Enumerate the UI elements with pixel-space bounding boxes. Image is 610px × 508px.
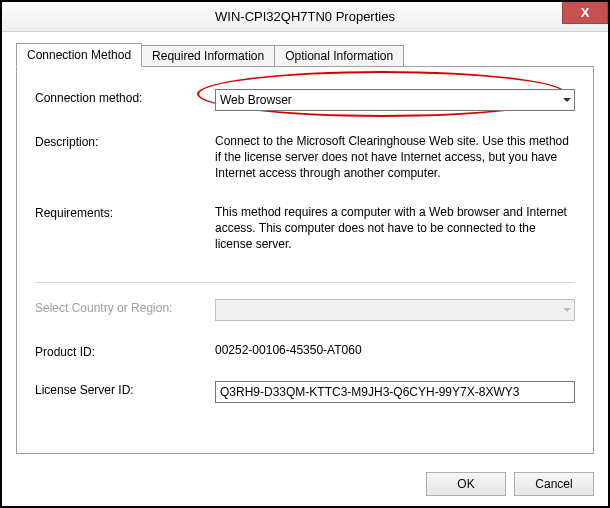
client-area: Connection Method Required Information O… (2, 32, 608, 464)
chevron-down-icon (563, 308, 571, 312)
product-id-label: Product ID: (35, 343, 215, 359)
ok-button[interactable]: OK (426, 472, 506, 496)
requirements-text: This method requires a computer with a W… (215, 204, 575, 253)
description-label: Description: (35, 133, 215, 149)
license-server-id-field[interactable]: Q3RH9-D33QM-KTTC3-M9JH3-Q6CYH-99Y7X-8XWY… (215, 381, 575, 403)
separator (35, 282, 575, 283)
tab-row: Connection Method Required Information O… (16, 42, 594, 66)
tab-required-information[interactable]: Required Information (141, 45, 275, 66)
country-label: Select Country or Region: (35, 299, 215, 315)
product-id-value: 00252-00106-45350-AT060 (215, 343, 575, 357)
license-server-id-label: License Server ID: (35, 381, 215, 397)
connection-method-value: Web Browser (220, 93, 292, 107)
tab-panel-connection-method: Connection method: Web Browser Descripti… (16, 66, 594, 454)
tab-connection-method[interactable]: Connection Method (16, 43, 142, 67)
cancel-button[interactable]: Cancel (514, 472, 594, 496)
description-text: Connect to the Microsoft Clearinghouse W… (215, 133, 575, 182)
close-icon: X (581, 5, 590, 20)
chevron-down-icon (563, 98, 571, 102)
properties-window: WIN-CPI32QH7TN0 Properties X Connection … (2, 2, 608, 506)
window-title: WIN-CPI32QH7TN0 Properties (2, 9, 608, 24)
close-button[interactable]: X (562, 2, 608, 24)
dialog-button-row: OK Cancel (2, 464, 608, 506)
country-combo (215, 299, 575, 321)
titlebar: WIN-CPI32QH7TN0 Properties X (2, 2, 608, 32)
requirements-label: Requirements: (35, 204, 215, 220)
connection-method-combo[interactable]: Web Browser (215, 89, 575, 111)
connection-method-label: Connection method: (35, 89, 215, 105)
tab-optional-information[interactable]: Optional Information (274, 45, 404, 66)
